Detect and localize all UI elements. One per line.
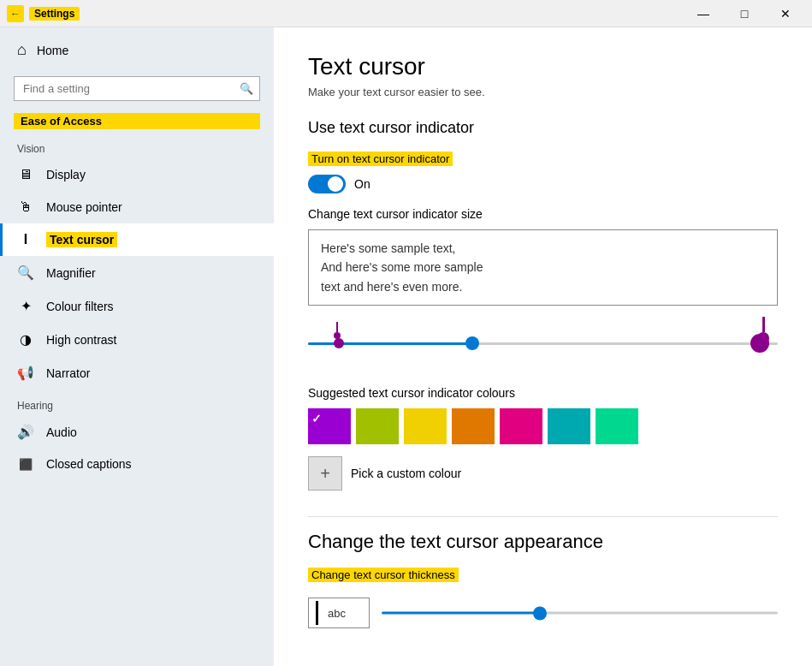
- sidebar-item-high-contrast[interactable]: ◑ High contrast: [0, 323, 274, 356]
- section2-heading: Change the text cursor appearance: [308, 531, 778, 553]
- category-label: Ease of Access: [14, 113, 260, 129]
- sample-line-1: Here's some sample text,: [321, 239, 765, 258]
- sidebar-item-home[interactable]: ⌂ Home: [0, 27, 274, 73]
- display-icon: 🖥: [17, 167, 34, 182]
- mouse-pointer-icon: 🖱: [17, 199, 34, 215]
- vision-section-header: Vision: [0, 133, 274, 158]
- sidebar-item-text-cursor[interactable]: I Text cursor: [0, 223, 274, 256]
- thickness-slider-container: [382, 604, 778, 621]
- small-cursor-indicator: [334, 322, 341, 339]
- colour-swatches-row: ✓: [308, 408, 778, 444]
- close-button[interactable]: ✕: [766, 0, 805, 27]
- title-bar: ← Settings — □ ✕: [0, 0, 812, 27]
- minimize-button[interactable]: —: [684, 0, 723, 27]
- page-subtitle: Make your text cursor easier to see.: [308, 86, 778, 98]
- sidebar-item-magnifier[interactable]: 🔍 Magnifier: [0, 256, 274, 289]
- sample-line-3: text and here's even more.: [321, 277, 765, 296]
- thickness-slider-track[interactable]: [382, 612, 778, 615]
- custom-colour-button[interactable]: + Pick a custom colour: [308, 456, 778, 491]
- colour-filters-icon: ✦: [17, 298, 34, 314]
- sidebar-item-colour-filters-label: Colour filters: [46, 300, 114, 313]
- thickness-section-label: Change text cursor thickness: [308, 568, 459, 582]
- app-body: ⌂ Home 🔍 Ease of Access Vision 🖥 Display…: [0, 27, 812, 666]
- hearing-section-header: Hearing: [0, 389, 274, 415]
- narrator-icon: 📢: [17, 365, 34, 381]
- text-cursor-indicator-toggle[interactable]: [308, 175, 346, 193]
- swatches-label: Suggested text cursor indicator colours: [308, 386, 778, 400]
- sidebar-item-text-cursor-label: Text cursor: [46, 232, 117, 247]
- search-icon: 🔍: [240, 82, 253, 95]
- page-title: Text cursor: [308, 53, 778, 80]
- sidebar-item-magnifier-label: Magnifier: [46, 266, 96, 280]
- sidebar-item-display[interactable]: 🖥 Display: [0, 158, 274, 191]
- section-divider: [308, 516, 778, 517]
- content-area: Text cursor Make your text cursor easier…: [274, 27, 812, 666]
- sidebar-item-narrator-label: Narrator: [46, 366, 90, 380]
- audio-icon: 🔊: [17, 424, 34, 440]
- thickness-preview-text: abc: [328, 607, 346, 620]
- swatch-yellow-green[interactable]: [356, 408, 399, 444]
- sidebar-item-closed-captions[interactable]: ⬛ Closed captions: [0, 449, 274, 479]
- sidebar: ⌂ Home 🔍 Ease of Access Vision 🖥 Display…: [0, 27, 274, 666]
- thickness-slider-thumb[interactable]: [533, 606, 547, 620]
- closed-captions-icon: ⬛: [17, 458, 34, 471]
- swatch-check-icon: ✓: [311, 412, 322, 425]
- toggle-row: On: [308, 175, 778, 193]
- sidebar-item-narrator[interactable]: 📢 Narrator: [0, 356, 274, 389]
- sidebar-item-closed-captions-label: Closed captions: [46, 457, 132, 471]
- text-cursor-icon: I: [17, 232, 34, 247]
- slider-thumb-small[interactable]: [334, 338, 344, 348]
- high-contrast-icon: ◑: [17, 331, 34, 348]
- sidebar-item-mouse-pointer-label: Mouse pointer: [46, 200, 122, 214]
- sidebar-search: 🔍: [14, 76, 260, 101]
- swatch-yellow[interactable]: [404, 408, 447, 444]
- slider-thumb-large[interactable]: [750, 334, 769, 353]
- slider-thumb-medium[interactable]: [465, 336, 479, 350]
- search-input[interactable]: [14, 76, 260, 101]
- slider-fill: [308, 342, 472, 345]
- size-slider-container: [308, 318, 778, 369]
- sidebar-item-audio-label: Audio: [46, 425, 77, 439]
- sidebar-item-colour-filters[interactable]: ✦ Colour filters: [0, 289, 274, 323]
- toggle-section-label: Turn on text cursor indicator: [308, 152, 453, 166]
- swatch-orange[interactable]: [452, 408, 495, 444]
- window-controls: — □ ✕: [684, 0, 805, 27]
- window-title: Settings: [29, 7, 80, 21]
- section1-heading: Use text cursor indicator: [308, 119, 778, 137]
- plus-icon: +: [308, 456, 342, 491]
- sidebar-item-audio[interactable]: 🔊 Audio: [0, 415, 274, 449]
- sidebar-item-display-label: Display: [46, 168, 86, 181]
- thickness-cursor-line: [316, 601, 318, 625]
- sidebar-item-high-contrast-label: High contrast: [46, 333, 116, 347]
- maximize-button[interactable]: □: [725, 0, 764, 27]
- sidebar-home-label: Home: [37, 44, 68, 57]
- toggle-state-label: On: [354, 177, 370, 191]
- thickness-row: abc: [308, 598, 778, 628]
- swatch-teal[interactable]: [548, 408, 590, 444]
- swatch-purple[interactable]: ✓: [308, 408, 351, 444]
- slider-label: Change text cursor indicator size: [308, 207, 778, 221]
- custom-colour-label: Pick a custom colour: [351, 467, 461, 480]
- size-slider-track: [308, 342, 778, 345]
- home-icon: ⌂: [17, 41, 27, 59]
- swatch-green[interactable]: [596, 408, 638, 444]
- thickness-preview-box: abc: [308, 598, 370, 628]
- sample-line-2: And here's some more sample: [321, 258, 765, 277]
- magnifier-icon: 🔍: [17, 265, 34, 281]
- sample-text-box: Here's some sample text, And here's some…: [308, 229, 778, 306]
- swatch-pink[interactable]: [500, 408, 542, 444]
- sidebar-item-mouse-pointer[interactable]: 🖱 Mouse pointer: [0, 191, 274, 223]
- back-button[interactable]: ←: [7, 5, 24, 22]
- title-bar-left: ← Settings: [7, 5, 684, 22]
